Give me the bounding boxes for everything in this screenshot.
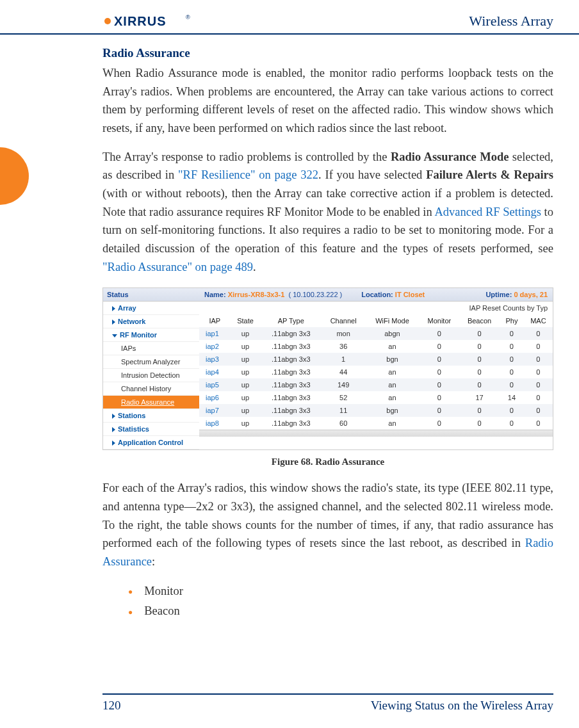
cell: 0 [500, 404, 524, 417]
link-ra-489[interactable]: "Radio Assurance" on page 489 [102, 261, 253, 273]
cell: up [231, 378, 261, 391]
page-footer: 120 Viewing Status on the Wireless Array [102, 693, 553, 713]
table-row: iap2up.11abgn 3x336an0000 [199, 340, 553, 353]
loc-value: IT Closet [395, 291, 425, 298]
status-main: Name: Xirrus-XR8-3x3-1 ( 10.100.23.222 )… [199, 288, 553, 449]
nav-item-channel-history[interactable]: Channel History [103, 382, 199, 396]
nav-item-application-control[interactable]: Application Control [103, 436, 199, 449]
col-monitor: Monitor [420, 314, 459, 327]
chevron-right-icon [112, 427, 115, 432]
cell: 0 [500, 327, 524, 340]
paragraph-2: The Array's response to radio problems i… [102, 148, 553, 277]
term-far: Failure Alerts & Repairs [426, 168, 553, 181]
cell: .11abgn 3x3 [260, 404, 322, 417]
cell[interactable]: iap6 [199, 391, 231, 404]
cell: an [365, 417, 419, 430]
cell: 0 [420, 366, 459, 378]
cell: 0 [500, 417, 524, 430]
cell: .11abgn 3x3 [260, 327, 322, 340]
text: . [253, 261, 256, 273]
link-rf-resilience[interactable]: "RF Resilience" on page 322 [178, 168, 318, 181]
text: The Array's response to radio problems i… [102, 150, 391, 163]
figure-68: Status ArrayNetworkRF MonitorIAPsSpectru… [102, 287, 553, 467]
cell: .11abgn 3x3 [260, 366, 322, 378]
cell: 0 [420, 327, 459, 340]
cell: 52 [322, 391, 365, 404]
cell: 36 [322, 340, 365, 353]
nav-item-statistics[interactable]: Statistics [103, 423, 199, 436]
nav-item-spectrum-analyzer[interactable]: Spectrum Analyzer [103, 355, 199, 369]
figure-caption: Figure 68. Radio Assurance [102, 457, 553, 467]
cell: 14 [500, 391, 524, 404]
svg-text:XIRRUS: XIRRUS [114, 14, 167, 28]
cell: 0 [459, 404, 500, 417]
cell: bgn [365, 404, 419, 417]
cell: .11abgn 3x3 [260, 340, 322, 353]
document-title: Wireless Array [469, 13, 553, 29]
col-iap: IAP [199, 314, 231, 327]
cell: 0 [524, 340, 553, 353]
uptime-value: 0 days, 21 [514, 291, 548, 298]
uptime-label: Uptime: [485, 291, 512, 298]
list-item: Beacon [128, 601, 553, 621]
col-phy: Phy [500, 314, 524, 327]
nav-item-iaps[interactable]: IAPs [103, 342, 199, 355]
nav-item-array[interactable]: Array [103, 302, 199, 315]
table-row: iap3up.11abgn 3x31bgn0000 [199, 353, 553, 366]
table-row: iap5up.11abgn 3x3149an0000 [199, 378, 553, 391]
chevron-right-icon [112, 320, 115, 325]
text: For each of the Array's radios, this win… [102, 481, 553, 549]
nav-item-network[interactable]: Network [103, 315, 199, 328]
cell: .11abgn 3x3 [260, 391, 322, 404]
cell: 0 [459, 417, 500, 430]
cell[interactable]: iap7 [199, 404, 231, 417]
xirrus-logo: XIRRUS ® [102, 13, 192, 33]
cell[interactable]: iap2 [199, 340, 231, 353]
reset-counts-header: IAP Reset Counts by Typ [199, 302, 553, 314]
cell: 0 [420, 404, 459, 417]
cell: .11abgn 3x3 [260, 378, 322, 391]
cell: 0 [420, 391, 459, 404]
cell[interactable]: iap3 [199, 353, 231, 366]
status-nav: Status ArrayNetworkRF MonitorIAPsSpectru… [103, 288, 199, 449]
cell[interactable]: iap1 [199, 327, 231, 340]
cell: 149 [322, 378, 365, 391]
link-adv-rf[interactable]: Advanced RF Settings [434, 206, 541, 218]
cell: 0 [524, 391, 553, 404]
nav-item-intrusion-detection[interactable]: Intrusion Detection [103, 369, 199, 382]
cell: 1 [322, 353, 365, 366]
horizontal-scrollbar[interactable] [199, 430, 553, 437]
screenshot-ui: Status ArrayNetworkRF MonitorIAPsSpectru… [102, 287, 553, 450]
cell: 0 [459, 340, 500, 353]
cell[interactable]: iap5 [199, 378, 231, 391]
cell: 0 [524, 417, 553, 430]
nav-item-stations[interactable]: Stations [103, 409, 199, 423]
cell: 0 [420, 378, 459, 391]
cell: 0 [420, 340, 459, 353]
nav-item-radio-assurance[interactable]: Radio Assurance [103, 396, 199, 409]
cell: an [365, 391, 419, 404]
cell: 0 [524, 378, 553, 391]
cell: 0 [500, 378, 524, 391]
cell: up [231, 417, 261, 430]
col-state: State [231, 314, 261, 327]
cell: 0 [524, 404, 553, 417]
cell: 0 [420, 417, 459, 430]
reset-types-list: Monitor Beacon [102, 581, 553, 622]
cell[interactable]: iap8 [199, 417, 231, 430]
cell: abgn [365, 327, 419, 340]
cell: 44 [322, 366, 365, 378]
cell: 0 [500, 353, 524, 366]
nav-item-rf-monitor[interactable]: RF Monitor [103, 328, 199, 342]
cell[interactable]: iap4 [199, 366, 231, 378]
table-row: iap8up.11abgn 3x360an0000 [199, 417, 553, 430]
svg-text:®: ® [186, 14, 190, 20]
text: : [152, 555, 155, 568]
col-wifi-mode: WiFi Mode [365, 314, 419, 327]
cell: .11abgn 3x3 [260, 417, 322, 430]
cell: up [231, 404, 261, 417]
cell: an [365, 366, 419, 378]
cell: bgn [365, 353, 419, 366]
iap-table: IAPStateAP TypeChannelWiFi ModeMonitorBe… [199, 314, 553, 430]
table-row: iap4up.11abgn 3x344an0000 [199, 366, 553, 378]
